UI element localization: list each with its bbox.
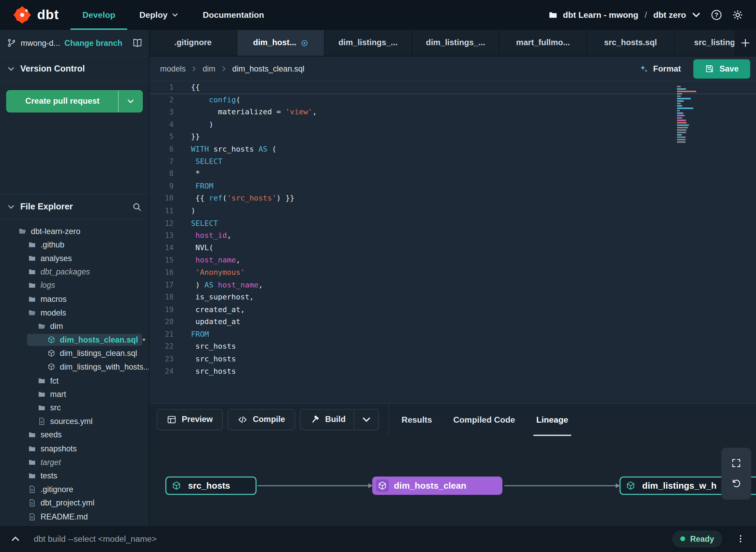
gear-icon[interactable] (732, 9, 744, 21)
lineage-node-src-hosts[interactable]: src_hosts (165, 476, 256, 495)
docs-book-icon[interactable] (133, 38, 142, 48)
tree-item-analyses[interactable]: analyses (0, 252, 149, 265)
tree-item-dbt-project-yml[interactable]: dbt_project.yml (0, 496, 149, 510)
lineage-node-dim-hosts-clean[interactable]: dim_hosts_clean (372, 476, 503, 495)
tree-item-seeds[interactable]: seeds (0, 428, 149, 442)
editor-tab-4-mart-fullmo[interactable]: mart_fullmo... (499, 30, 587, 56)
pr-options-chevron-icon[interactable] (118, 91, 142, 112)
code-line-8[interactable]: 8 * (149, 168, 756, 180)
panel-tab-lineage[interactable]: Lineage (536, 403, 568, 436)
tree-item-models[interactable]: models (0, 306, 149, 320)
editor-tab-6-src-listings[interactable]: src_listings. (675, 30, 734, 56)
breadcrumb-dim[interactable]: dim (203, 64, 215, 73)
tree-item-dim-hosts-clean-sql[interactable]: dim_hosts_clean.sql• (0, 333, 149, 347)
preview-button[interactable]: Preview (157, 409, 223, 430)
code-line-12[interactable]: 12SELECT (149, 217, 756, 230)
build-button[interactable]: Build (300, 409, 379, 430)
editor-tab-2-dim-listings[interactable]: dim_listings_... (325, 30, 412, 56)
code-line-1[interactable]: 1{{ (149, 81, 756, 94)
dbt-home-link[interactable]: dbt (0, 0, 70, 30)
tree-item-github[interactable]: .github (0, 238, 149, 252)
code-line-3[interactable]: 3 materialized = 'view', (149, 106, 756, 118)
code-line-14[interactable]: 14 NVL( (149, 242, 756, 254)
nav-documentation[interactable]: Documentation (191, 0, 276, 30)
compile-button[interactable]: Compile (228, 409, 295, 430)
code-line-16[interactable]: 16 'Anonymous' (149, 267, 756, 279)
tree-item-dim[interactable]: dim (0, 319, 149, 333)
tree-item-dbt-packages[interactable]: dbt_packages (0, 265, 149, 279)
help-icon[interactable]: ? (711, 9, 722, 21)
editor-tab-3-dim-listings[interactable]: dim_listings_... (412, 30, 499, 56)
format-label: Format (653, 64, 681, 74)
line-number: 19 (149, 304, 182, 316)
code-line-10[interactable]: 10 {{ ref('src_hosts') }} (149, 193, 756, 205)
tree-item-sources-yml[interactable]: sources.yml (0, 415, 149, 428)
code-line-11[interactable]: 11) (149, 205, 756, 217)
code-line-7[interactable]: 7 SELECT (149, 156, 756, 168)
version-control-header[interactable]: Version Control (0, 56, 149, 81)
lineage-canvas[interactable]: src_hostsdim_hosts_cleandim_listings_w_h (149, 436, 756, 525)
tree-item-readme-md[interactable]: README.md (0, 510, 149, 524)
code-line-21[interactable]: 21FROM (149, 329, 756, 341)
code-line-24[interactable]: 24 src_hosts (149, 365, 756, 378)
code-line-2[interactable]: 2 config( (149, 94, 756, 106)
panel-tab-compiled-code[interactable]: Compiled Code (453, 403, 515, 436)
tree-item-tests[interactable]: tests (0, 469, 149, 483)
save-button[interactable]: Save (693, 59, 750, 78)
code-text: ) (182, 118, 213, 131)
code-line-20[interactable]: 20 updated_at (149, 316, 756, 329)
hammer-icon (310, 415, 320, 424)
code-line-5[interactable]: 5}} (149, 131, 756, 143)
command-text[interactable]: dbt build --select <model_name> (34, 534, 157, 544)
reset-view-icon[interactable] (731, 478, 742, 489)
breadcrumb-models[interactable]: models (160, 64, 186, 73)
tree-item-dim-listings-with-hosts[interactable]: dim_listings_with_hosts... (0, 360, 149, 374)
code-line-17[interactable]: 17 ) AS host_name, (149, 279, 756, 291)
nav-develop[interactable]: Develop (70, 0, 127, 30)
kebab-menu-icon[interactable] (736, 534, 745, 543)
create-pull-request-button[interactable]: Create pull request (6, 90, 143, 113)
toolbar-divider (389, 403, 389, 436)
code-line-15[interactable]: 15 host_name, (149, 254, 756, 267)
tree-item-gitignore[interactable]: .gitignore (0, 483, 149, 496)
editor-tab-1-dim-host[interactable]: dim_host... (237, 30, 325, 56)
code-line-4[interactable]: 4 ) (149, 118, 756, 131)
tree-item-target[interactable]: target (0, 455, 149, 469)
code-line-23[interactable]: 23 src_hosts (149, 353, 756, 365)
panel-tab-results[interactable]: Results (402, 403, 432, 436)
format-button[interactable]: Format (631, 59, 689, 78)
tree-item-logs[interactable]: logs (0, 279, 149, 292)
editor-tab-0-gitignore[interactable]: .gitignore (149, 30, 237, 56)
minimap[interactable] (677, 85, 699, 143)
file-explorer-header[interactable]: File Explorer (0, 194, 149, 219)
tree-item-macros[interactable]: macros (0, 292, 149, 306)
line-number: 15 (149, 254, 182, 267)
project-selector[interactable]: dbt Learn - mwong / dbt zero (548, 10, 701, 20)
code-editor[interactable]: 1{{2 config(3 materialized = 'view',4 )5… (149, 81, 756, 403)
code-line-13[interactable]: 13 host_id, (149, 230, 756, 242)
nav-deploy[interactable]: Deploy (127, 0, 191, 30)
change-branch-link[interactable]: Change branch (64, 38, 122, 48)
new-tab-button[interactable] (740, 30, 751, 56)
cube-icon (47, 349, 55, 358)
fullscreen-icon[interactable] (731, 458, 742, 468)
code-text: {{ (182, 81, 200, 93)
panel-tab-label: Results (402, 414, 432, 425)
code-line-22[interactable]: 22 src_hosts (149, 341, 756, 353)
code-line-6[interactable]: 6WITH src_hosts AS ( (149, 143, 756, 156)
code-line-18[interactable]: 18 is_superhost, (149, 291, 756, 304)
tree-item-dim-listings-clean-sql[interactable]: dim_listings_clean.sql (0, 347, 149, 360)
editor-tab-5-src-hosts-sql[interactable]: src_hosts.sql (587, 30, 675, 56)
tree-item-mart[interactable]: mart (0, 387, 149, 401)
tree-item-snapshots[interactable]: snapshots (0, 442, 149, 455)
primary-nav: Develop Deploy Documentation (70, 0, 276, 30)
lineage-edge (258, 485, 368, 486)
code-line-19[interactable]: 19 created_at, (149, 304, 756, 316)
tree-item-fct[interactable]: fct (0, 374, 149, 387)
search-icon[interactable] (132, 202, 142, 211)
tree-item-src[interactable]: src (0, 401, 149, 415)
code-line-9[interactable]: 9 FROM (149, 180, 756, 193)
build-options-chevron-icon[interactable] (354, 410, 378, 430)
expand-command-bar-icon[interactable] (11, 534, 20, 543)
tree-item-dbt-learn-zero[interactable]: dbt-learn-zero (0, 224, 149, 238)
